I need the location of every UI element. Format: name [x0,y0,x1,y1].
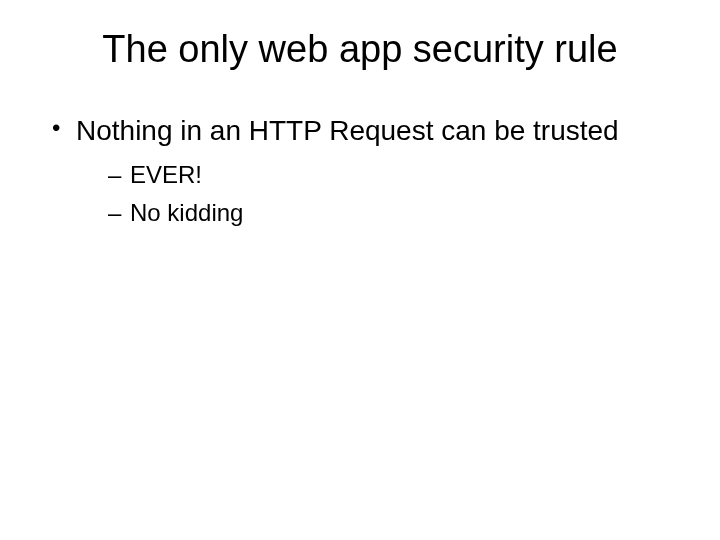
slide-title: The only web app security rule [40,28,680,71]
bullet-item: Nothing in an HTTP Request can be truste… [48,113,680,229]
sub-bullet-item: EVER! [108,158,680,192]
sub-bullet-text: No kidding [130,199,243,226]
sub-bullet-list: EVER! No kidding [76,158,680,229]
bullet-text: Nothing in an HTTP Request can be truste… [76,115,619,146]
bullet-list: Nothing in an HTTP Request can be truste… [40,113,680,229]
slide-container: The only web app security rule Nothing i… [0,0,720,540]
sub-bullet-item: No kidding [108,196,680,230]
sub-bullet-text: EVER! [130,161,202,188]
